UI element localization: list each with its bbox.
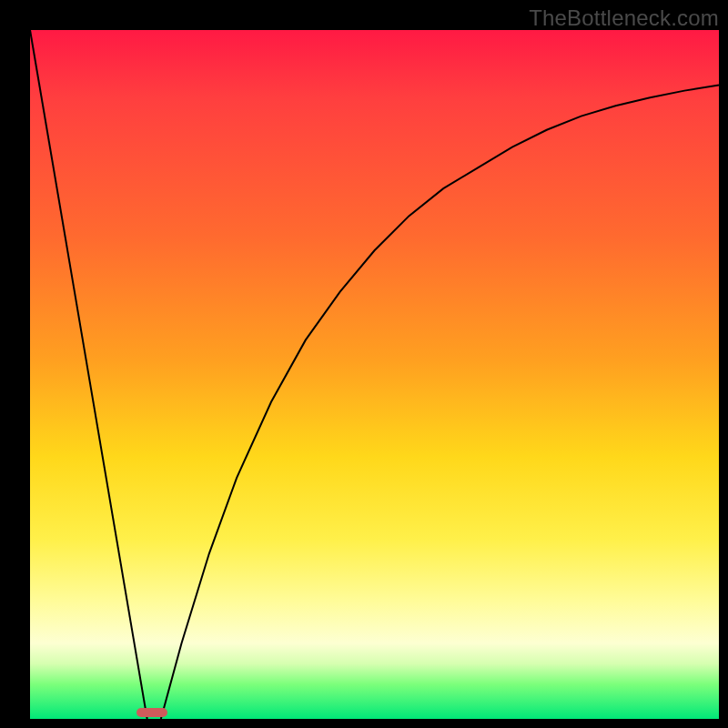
optimal-marker [136,708,167,717]
curve-right-branch [161,86,719,719]
chart-frame: TheBottleneck.com [0,0,728,728]
curve-layer [30,30,719,719]
watermark-text: TheBottleneck.com [529,5,719,31]
plot-area [30,30,719,719]
curve-left-branch [30,30,147,719]
